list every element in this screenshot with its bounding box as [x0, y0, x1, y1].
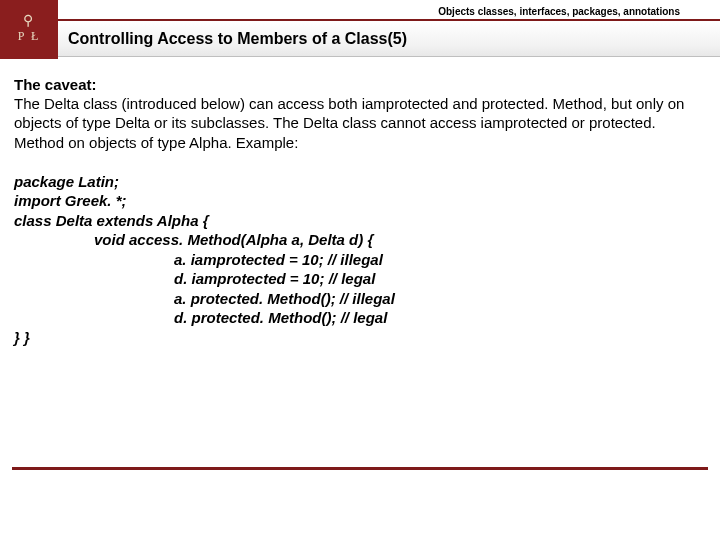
code-line: a. protected. Method(); // illegal: [14, 289, 706, 309]
topic-label: Objects classes, interfaces, packages, a…: [0, 0, 720, 19]
logo-letters: P Ł: [18, 29, 41, 43]
logo-symbol: ⚲: [18, 13, 41, 28]
university-logo: ⚲ P Ł: [0, 0, 58, 59]
code-line: d. protected. Method(); // legal: [14, 308, 706, 328]
code-line: a. iamprotected = 10; // illegal: [14, 250, 706, 270]
code-line: d. iamprotected = 10; // legal: [14, 269, 706, 289]
logo-text: ⚲ P Ł: [18, 13, 41, 44]
code-example: package Latin; import Greek. *; class De…: [14, 172, 706, 348]
footer-divider: [12, 467, 708, 470]
caveat-section: The caveat: The Delta class (introduced …: [14, 75, 706, 152]
code-line: package Latin;: [14, 172, 706, 192]
caveat-body: The Delta class (introduced below) can a…: [14, 95, 684, 150]
caveat-heading: The caveat:: [14, 76, 97, 93]
slide-title: Controlling Access to Members of a Class…: [58, 21, 720, 56]
slide-content: The caveat: The Delta class (introduced …: [0, 57, 720, 347]
code-line: void access. Method(Alpha a, Delta d) {: [14, 230, 706, 250]
code-line: class Delta extends Alpha {: [14, 211, 706, 231]
slide-header: Objects classes, interfaces, packages, a…: [0, 0, 720, 57]
title-bar: ⚲ P Ł Controlling Access to Members of a…: [0, 19, 720, 57]
code-line: } }: [14, 328, 706, 348]
code-line: import Greek. *;: [14, 191, 706, 211]
